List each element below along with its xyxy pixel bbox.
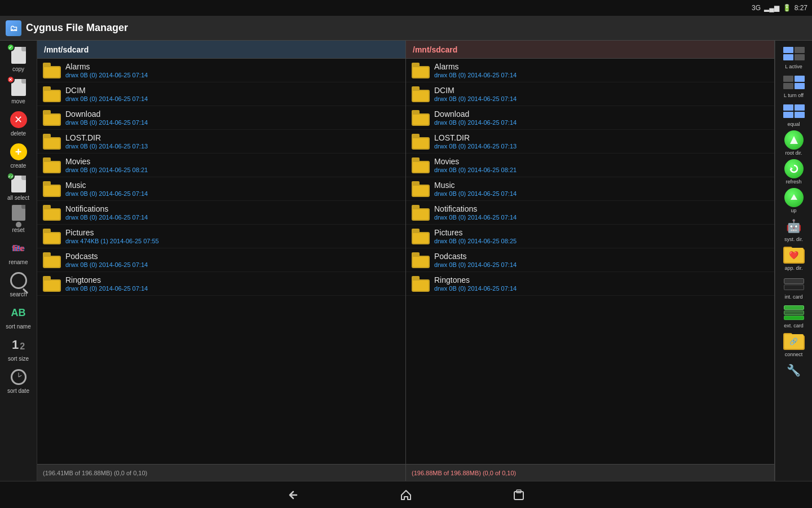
move-button[interactable]: ✕ move [2, 75, 35, 106]
left-panel: /mnt/sdcard Alarmsdrwx 0B (0) 2014-06-25… [37, 41, 406, 481]
left-panel-header: /mnt/sdcard [37, 41, 405, 59]
right-panel-footer: (196.88MB of 196.88MB) (0,0 of 0,10) [406, 464, 774, 481]
file-item[interactable]: Podcastsdrwx 0B (0) 2014-06-25 07:14 [406, 248, 774, 272]
sort-size-button[interactable]: 1 2 sort size [2, 332, 35, 364]
file-item[interactable]: Picturesdrwx 0B (0) 2014-06-25 08:25 [406, 225, 774, 248]
recents-button[interactable] [508, 484, 530, 506]
file-item[interactable]: DCIMdrwx 0B (0) 2014-06-25 07:14 [406, 82, 774, 106]
file-item[interactable]: Alarmsdrwx 0B (0) 2014-06-25 07:14 [406, 59, 774, 82]
copy-button[interactable]: ✓ copy [2, 43, 35, 74]
content-area: /mnt/sdcard Alarmsdrwx 0B (0) 2014-06-25… [37, 41, 775, 481]
home-button[interactable] [395, 484, 417, 506]
l-turn-off-button[interactable]: L turn off [777, 72, 811, 99]
sort-date-button[interactable]: sort date [2, 365, 35, 396]
svg-marker-2 [791, 194, 797, 200]
file-item[interactable]: Moviesdrwx 0B (0) 2014-06-25 08:21 [37, 154, 405, 177]
network-indicator: 3G [752, 4, 761, 12]
left-panel-footer: (196.41MB of 196.88MB) (0,0 of 0,10) [37, 464, 405, 481]
file-item[interactable]: LOST.DIRdrwx 0B (0) 2014-06-25 07:13 [406, 130, 774, 154]
file-item[interactable]: Musicdrwx 0B (0) 2014-06-25 07:14 [37, 177, 405, 201]
left-sidebar: ✓ copy ✕ move ✕ delete + create [0, 41, 37, 481]
file-item[interactable]: Musicdrwx 0B (0) 2014-06-25 07:14 [406, 177, 774, 201]
file-item[interactable]: Ringtonesdrwx 0B (0) 2014-06-25 07:14 [37, 272, 405, 296]
create-button[interactable]: + create [2, 139, 35, 170]
l-active-button[interactable]: L active [777, 43, 811, 71]
app-icon: 🗂 [6, 20, 21, 36]
app-title: Cygnus File Manager [26, 22, 128, 34]
status-bar: 3G ▂▄▆ 🔋 8:27 [0, 0, 812, 16]
ext-card-button[interactable]: ext. card [777, 302, 811, 330]
refresh-button[interactable]: refresh [777, 158, 811, 186]
delete-button[interactable]: ✕ delete [2, 107, 35, 138]
right-panel-content[interactable]: Alarmsdrwx 0B (0) 2014-06-25 07:14DCIMdr… [406, 59, 774, 464]
battery-icon: 🔋 [783, 4, 791, 12]
file-item[interactable]: Downloaddrwx 0B (0) 2014-06-25 07:14 [37, 106, 405, 130]
syst-dir-button[interactable]: 🤖 syst. dir. [777, 216, 811, 243]
file-item[interactable]: Notificationsdrwx 0B (0) 2014-06-25 07:1… [37, 201, 405, 225]
svg-marker-0 [790, 136, 798, 144]
panels: /mnt/sdcard Alarmsdrwx 0B (0) 2014-06-25… [37, 41, 775, 481]
right-panel: /mnt/sdcard Alarmsdrwx 0B (0) 2014-06-25… [406, 41, 775, 481]
back-button[interactable] [282, 484, 304, 506]
file-item[interactable]: LOST.DIRdrwx 0B (0) 2014-06-25 07:13 [37, 130, 405, 154]
all-select-button[interactable]: ✓✓ all select [2, 172, 35, 203]
connect-button[interactable]: 🔗 connect [777, 331, 811, 358]
rename-button[interactable]: fi!e rename [2, 236, 35, 267]
file-item[interactable]: DCIMdrwx 0B (0) 2014-06-25 07:14 [37, 82, 405, 106]
title-bar: 🗂 Cygnus File Manager [0, 16, 812, 41]
file-item[interactable]: Alarmsdrwx 0B (0) 2014-06-25 07:14 [37, 59, 405, 82]
search-button[interactable]: search [2, 268, 35, 299]
file-item[interactable]: Notificationsdrwx 0B (0) 2014-06-25 07:1… [406, 201, 774, 225]
reset-button[interactable]: reset [2, 204, 35, 235]
file-item[interactable]: Ringtonesdrwx 0B (0) 2014-06-25 07:14 [406, 272, 774, 296]
right-sidebar: L active L turn off [775, 41, 812, 481]
file-item[interactable]: Moviesdrwx 0B (0) 2014-06-25 08:21 [406, 154, 774, 177]
int-card-button[interactable]: int. card [777, 273, 811, 301]
signal-bars: ▂▄▆ [764, 4, 779, 12]
up-button[interactable]: up [777, 187, 811, 214]
clock: 8:27 [795, 4, 807, 12]
equal-button[interactable]: equal [777, 100, 811, 128]
app-dir-button[interactable]: ❤️ app. dir. [777, 244, 811, 272]
svg-marker-1 [791, 167, 793, 170]
file-item[interactable]: Picturesdrwx 474KB (1) 2014-06-25 07:55 [37, 225, 405, 248]
right-panel-header: /mnt/sdcard [406, 41, 774, 59]
root-dir-button[interactable]: root dir. [777, 129, 811, 157]
sort-name-button[interactable]: AB sort name [2, 300, 35, 331]
left-panel-content[interactable]: Alarmsdrwx 0B (0) 2014-06-25 07:14DCIMdr… [37, 59, 405, 464]
bottom-bar [0, 481, 812, 508]
main-layout: ✓ copy ✕ move ✕ delete + create [0, 41, 812, 481]
file-item[interactable]: Podcastsdrwx 0B (0) 2014-06-25 07:14 [37, 248, 405, 272]
file-item[interactable]: Downloaddrwx 0B (0) 2014-06-25 07:14 [406, 106, 774, 130]
tools-button[interactable]: 🔧 [777, 360, 811, 382]
